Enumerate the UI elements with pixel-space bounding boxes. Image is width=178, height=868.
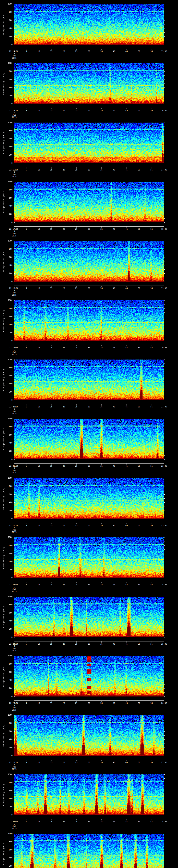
- y-axis-minor-tick: [14, 854, 14, 854]
- x-axis-tick-label: 40: [113, 110, 115, 112]
- x-axis-start-label: 22:21:00: [9, 465, 19, 467]
- y-axis-major-tick: [164, 459, 165, 460]
- x-axis-end-label: 28:00: [161, 821, 167, 823]
- x-axis-major-tick: [101, 345, 102, 346]
- y-axis-minor-tick: [14, 498, 14, 499]
- x-axis-major-tick: [89, 49, 89, 50]
- y-axis-minor-tick: [164, 455, 165, 456]
- y-axis-tick-label: 800: [0, 426, 12, 428]
- x-axis-tick-label: 10: [37, 347, 40, 349]
- y-axis-major-tick: [14, 850, 15, 850]
- x-axis-major-tick: [114, 286, 114, 287]
- x-axis-end-label: 15:00: [161, 50, 167, 53]
- y-axis-minor-tick: [14, 253, 14, 253]
- y-axis-major-tick: [164, 656, 165, 656]
- x-axis-tick-label: 25: [75, 169, 77, 171]
- x-axis-tick-label: 35: [100, 347, 102, 349]
- x-axis-major-tick: [126, 286, 127, 287]
- y-axis-tick-label: 200: [0, 687, 12, 689]
- y-axis-tick-label: 600: [0, 256, 12, 258]
- y-axis-minor-tick: [14, 574, 14, 574]
- x-axis-tick-label: 55: [150, 643, 153, 645]
- x-axis-major-tick: [101, 701, 102, 702]
- y-axis-major-tick: [14, 510, 15, 511]
- x-axis-major-tick: [64, 760, 64, 761]
- date-year-label: 2015: [12, 294, 17, 296]
- x-axis-tick-label: 10: [37, 702, 40, 704]
- x-axis-major-tick: [76, 819, 77, 820]
- y-axis-tick-label: 400: [0, 87, 12, 89]
- date-day-label: 5: [14, 230, 15, 232]
- y-axis-major-tick: [164, 774, 165, 775]
- x-axis-tick-label: 25: [75, 643, 77, 645]
- date-day-label: 5: [14, 586, 15, 588]
- x-axis-tick-label: 20: [63, 287, 65, 289]
- x-axis-tick-label: 50: [138, 524, 140, 527]
- y-axis-major-tick: [14, 502, 15, 503]
- y-axis-minor-tick: [164, 668, 165, 668]
- x-axis-major-tick: [89, 345, 89, 346]
- spectrogram-canvas: [14, 63, 164, 104]
- x-axis-tick-label: 5: [26, 169, 27, 171]
- x-axis-major-tick: [76, 641, 77, 643]
- x-axis-major-tick: [51, 701, 52, 702]
- date-month-label: Jul: [12, 588, 16, 590]
- x-axis-tick-label: 45: [125, 228, 127, 230]
- y-axis-major-tick: [164, 502, 165, 503]
- x-axis-tick-label: 50: [138, 110, 140, 112]
- x-axis-major-tick: [101, 582, 102, 583]
- y-axis-tick-label: 200: [0, 391, 12, 393]
- x-axis-tick-label: 45: [125, 110, 127, 112]
- x-axis-major-tick: [76, 108, 77, 109]
- y-axis-tick-label: 200: [0, 865, 12, 867]
- x-axis-tick-label: 10: [37, 228, 40, 230]
- spectrogram-canvas: [14, 537, 164, 578]
- x-axis-tick-label: 15: [50, 110, 52, 112]
- y-axis-major-tick: [164, 739, 165, 740]
- spectrogram-canvas: [14, 300, 164, 341]
- y-axis-minor-tick: [164, 498, 165, 499]
- x-axis-tick-label: 35: [100, 465, 102, 467]
- y-axis-tick-label: 0: [0, 755, 12, 757]
- x-axis-tick-label: 10: [37, 50, 40, 53]
- y-axis-major-tick: [14, 249, 15, 249]
- x-axis-major-tick: [139, 49, 139, 50]
- y-axis-tick-label: 400: [0, 323, 12, 326]
- x-axis-major-tick: [101, 463, 102, 465]
- y-axis-tick-label: 0: [0, 518, 12, 520]
- y-axis-minor-tick: [164, 811, 165, 811]
- y-axis-major-tick: [14, 392, 15, 392]
- x-axis-start-label: 22:24:00: [9, 643, 19, 645]
- y-axis-major-tick: [14, 12, 15, 12]
- x-axis-tick-label: 15: [50, 524, 52, 527]
- y-axis-major-tick: [14, 20, 15, 21]
- y-axis-tick-label: 1000: [0, 299, 12, 301]
- date-month-label: Jul: [12, 232, 16, 235]
- x-axis-tick-label: 30: [88, 169, 90, 171]
- date-year-label: 2015: [12, 176, 17, 178]
- y-axis-tick-label: 200: [0, 95, 12, 97]
- date-year-label: 2015: [12, 768, 17, 770]
- y-axis-major-tick: [164, 723, 165, 723]
- y-axis-tick-label: 200: [0, 272, 12, 275]
- x-axis-end-label: 26:00: [161, 702, 167, 704]
- x-axis-tick-label: 20: [63, 762, 65, 764]
- date-day-label: 5: [14, 53, 15, 55]
- y-axis-minor-tick: [164, 312, 165, 313]
- y-axis-minor-tick: [14, 692, 14, 693]
- spectrogram-panel: 02004006008001000Frequency (Hz)22:18:005…: [0, 237, 178, 296]
- x-axis-start-label: 22:16:00: [9, 169, 19, 171]
- x-axis-tick-label: 30: [88, 584, 90, 586]
- y-axis-major-tick: [14, 265, 15, 266]
- y-axis-major-tick: [14, 44, 15, 45]
- x-axis-major-tick: [51, 760, 52, 761]
- y-axis-tick-label: 0: [0, 340, 12, 342]
- y-axis-tick-label: 1000: [0, 3, 12, 5]
- x-axis-tick-label: 55: [150, 584, 153, 586]
- y-axis-major-tick: [164, 637, 165, 638]
- x-axis-major-tick: [139, 582, 139, 583]
- date-day-label: 5: [14, 349, 15, 351]
- y-axis-title: Frequency (Hz): [2, 72, 5, 95]
- y-axis-major-tick: [164, 241, 165, 241]
- spectrogram-figure: 02004006008001000Frequency (Hz)22:14:005…: [0, 0, 178, 868]
